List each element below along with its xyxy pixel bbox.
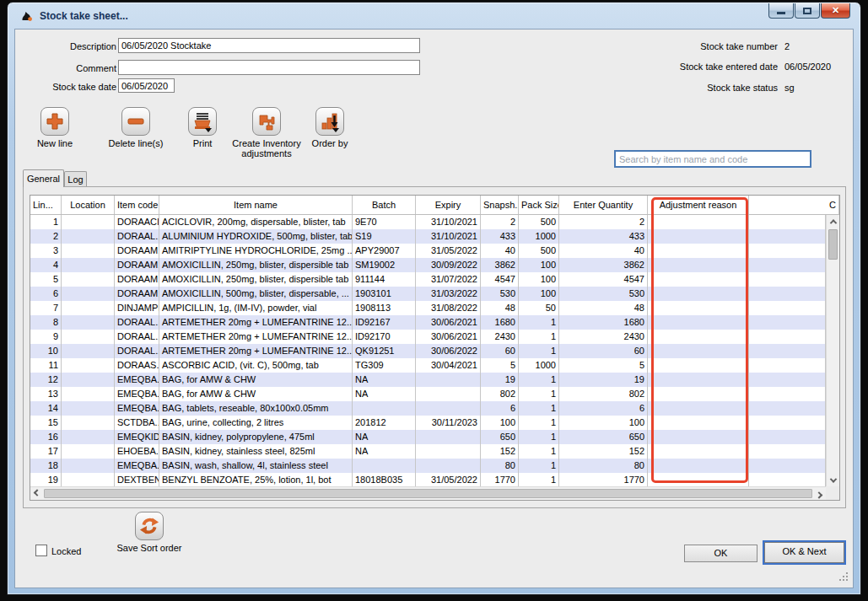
cell-line: 18 (30, 459, 62, 473)
table-row[interactable]: 11DORAAS...ASCORBIC ACID, (vit. C), 500m… (30, 358, 826, 373)
table-row[interactable]: 8DORAAL...ARTEMETHER 20mg + LUMEFANTRINE… (30, 315, 826, 330)
scroll-up-arrow[interactable] (827, 215, 839, 228)
cell-enter_quantity[interactable]: 2430 (559, 330, 648, 344)
table-row[interactable]: 12EMEQBA...BAG, for AMW & CHWNA19119 (30, 373, 826, 387)
scroll-down-arrow[interactable] (827, 474, 839, 486)
cell-location (62, 444, 115, 459)
column-header-snapshot[interactable]: Snapsh... (481, 196, 519, 214)
cell-item_name: ASCORBIC ACID, (vit. C), 500mg, tab (159, 358, 353, 373)
cell-enter_quantity[interactable]: 802 (559, 387, 648, 401)
tab-log[interactable]: Log (64, 171, 87, 187)
table-row[interactable]: 14EMEQBA...BAG, tablets, reseable, 80x10… (30, 401, 826, 416)
cell-c (749, 473, 826, 486)
cell-adjustment_reason (648, 287, 749, 301)
table-row[interactable]: 18EMEQBA...BASIN, wash, shallow, 4l, sta… (30, 459, 826, 473)
table-row[interactable]: 7DINJAMPI...AMPICILLIN, 1g, (IM-IV), pow… (30, 301, 826, 315)
cell-expiry: 30/04/2021 (416, 358, 481, 373)
column-header-pack_size[interactable]: Pack Size (519, 196, 559, 214)
minimize-icon (777, 12, 785, 14)
cell-enter_quantity[interactable]: 1680 (559, 315, 648, 330)
cell-location (62, 301, 115, 315)
cell-enter_quantity[interactable]: 152 (559, 444, 648, 459)
order-by-button[interactable]: Order by (300, 107, 359, 148)
column-header-line[interactable]: Lin... (30, 196, 62, 214)
table-row[interactable]: 17EHOEBA...BASIN, kidney, stainless stee… (30, 444, 826, 459)
column-header-item_name[interactable]: Item name (159, 196, 353, 214)
column-header-expiry[interactable]: Expiry (416, 196, 481, 214)
scroll-right-arrow[interactable] (812, 487, 826, 500)
cell-c (749, 373, 826, 387)
cell-enter_quantity[interactable]: 530 (559, 287, 648, 301)
cell-item_code: DORAAL... (115, 315, 159, 330)
table-row[interactable]: 19DEXTBEN...BENZYL BENZOATE, 25%, lotion… (30, 473, 826, 486)
table-row[interactable]: 3DORAAM...AMITRIPTYLINE HYDROCHLORIDE, 2… (30, 244, 826, 258)
cell-pack_size: 1 (519, 401, 559, 416)
cell-location (62, 373, 115, 387)
table-row[interactable]: 16EMEQKID...BASIN, kidney, polypropylene… (30, 430, 826, 444)
new-line-button[interactable]: New line (25, 107, 84, 148)
tab-general[interactable]: General (23, 169, 64, 187)
cell-enter_quantity[interactable]: 100 (559, 416, 648, 430)
resize-grip[interactable] (839, 572, 848, 581)
cell-enter_quantity[interactable]: 5 (559, 358, 648, 373)
table-row[interactable]: 15SCTDBA...BAG, urine, collecting, 2 lit… (30, 416, 826, 430)
minimize-button[interactable] (768, 3, 794, 19)
column-header-enter_quantity[interactable]: Enter Quantity (559, 196, 648, 214)
ok-next-button[interactable]: OK & Next (764, 542, 844, 563)
table-row[interactable]: 6DORAAM...AMOXICILLIN, 500mg, blister, d… (30, 287, 826, 301)
table-row[interactable]: 5DORAAM...AMOXICILLIN, 250mg, blister, d… (30, 272, 826, 287)
column-header-item_code[interactable]: Item code (115, 196, 159, 214)
ok-button[interactable]: OK (684, 545, 757, 562)
column-header-location[interactable]: Location (62, 196, 115, 214)
cell-enter_quantity[interactable]: 3862 (559, 258, 648, 272)
table-row[interactable]: 1DORAACI...ACICLOVIR, 200mg, dispersable… (30, 215, 826, 229)
order-by-label: Order by (312, 138, 348, 148)
cell-batch: S19 (353, 229, 416, 244)
cell-enter_quantity[interactable]: 60 (559, 344, 648, 358)
cell-expiry (416, 401, 481, 416)
table-row[interactable]: 4DORAAM...AMOXICILLIN, 250mg, blister, d… (30, 258, 826, 272)
maximize-button[interactable] (795, 3, 820, 19)
table-row[interactable]: 13EMEQBA...BAG, for AMW & CHWNA8021802 (30, 387, 826, 401)
cell-pack_size: 1 (519, 459, 559, 473)
cell-item_name: BAG, for AMW & CHW (159, 387, 353, 401)
delete-lines-button[interactable]: Delete line(s) (100, 107, 172, 148)
description-input[interactable] (118, 38, 420, 53)
cell-snapshot: 3862 (481, 258, 519, 272)
table-row[interactable]: 2DORAAL...ALUMINIUM HYDROXIDE, 500mg, bl… (30, 229, 826, 244)
stock-take-date-input[interactable] (118, 78, 175, 93)
horizontal-scrollbar[interactable] (30, 486, 826, 500)
cell-batch: 201812 (353, 416, 416, 430)
cell-location (62, 473, 115, 486)
cell-enter_quantity[interactable]: 1770 (559, 473, 648, 486)
comment-input[interactable] (118, 60, 420, 75)
sort-refresh-icon (137, 514, 161, 538)
column-header-c[interactable]: C (749, 196, 839, 214)
vertical-scrollbar[interactable] (826, 215, 839, 486)
horizontal-scroll-thumb[interactable] (44, 489, 812, 498)
cell-enter_quantity[interactable]: 40 (559, 244, 648, 258)
save-sort-order-button[interactable]: Save Sort order (111, 512, 188, 553)
column-header-adjustment_reason[interactable]: Adjustment reason (648, 196, 749, 214)
cell-enter_quantity[interactable]: 4547 (559, 272, 648, 287)
cell-enter_quantity[interactable]: 650 (559, 430, 648, 444)
cell-enter_quantity[interactable]: 19 (559, 373, 648, 387)
column-header-batch[interactable]: Batch (353, 196, 416, 214)
cell-c (749, 229, 826, 244)
maximize-icon (803, 8, 811, 14)
search-input[interactable] (614, 150, 811, 168)
cell-enter_quantity[interactable]: 2 (559, 215, 648, 229)
cell-pack_size: 500 (519, 244, 559, 258)
table-row[interactable]: 9DORAAL...ARTEMETHER 20mg + LUMEFANTRINE… (30, 330, 826, 344)
cell-enter_quantity[interactable]: 433 (559, 229, 648, 244)
cell-enter_quantity[interactable]: 48 (559, 301, 648, 315)
vertical-scroll-thumb[interactable] (828, 229, 838, 260)
cell-enter_quantity[interactable]: 80 (559, 459, 648, 473)
title-bar[interactable]: Stock take sheet... ✕ (8, 3, 860, 29)
table-row[interactable]: 10DORAAL...ARTEMETHER 20mg + LUMEFANTRIN… (30, 344, 826, 358)
close-button[interactable]: ✕ (821, 3, 850, 19)
locked-checkbox[interactable] (35, 545, 47, 556)
cell-line: 15 (30, 416, 62, 430)
cell-enter_quantity[interactable]: 6 (559, 401, 648, 416)
scroll-left-arrow[interactable] (30, 487, 44, 500)
